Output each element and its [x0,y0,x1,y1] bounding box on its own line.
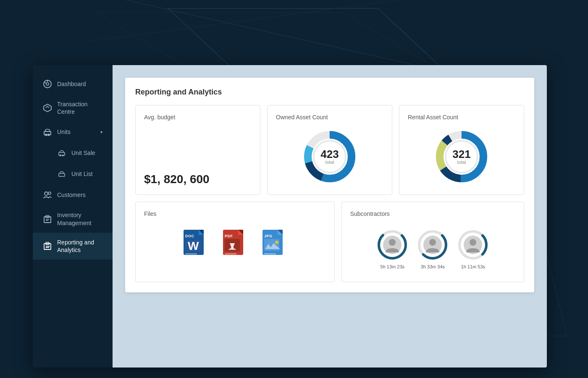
svg-line-8 [45,82,46,83]
svg-point-64 [389,239,396,246]
inventory-icon [43,215,52,224]
rental-asset-donut: 321 total [408,127,515,186]
sidebar-item-inventory[interactable]: Inventory Management [33,205,113,232]
bottom-row: Files DOC [135,202,524,282]
sidebar-item-units[interactable]: Units ▾ [33,121,113,142]
sidebar: Dashboard Transaction Centre Units [33,65,113,368]
svg-point-72 [470,239,476,246]
file-jpg: JPG [260,228,289,262]
dashboard-card: Reporting and Analytics Avg. budget $1, … [125,78,534,292]
reporting-icon [43,242,52,251]
file-doc: DOC W [181,228,210,262]
sidebar-item-customers-label: Customers [57,191,102,199]
sidebar-item-reporting-label: Reporting and Analytics [57,239,102,254]
subcontractor-3: 1h 11m 53s [456,228,490,269]
rental-asset-count: 321 [452,149,470,160]
files-list: DOC W [144,224,326,266]
svg-point-58 [275,241,278,244]
sidebar-item-unit-list-label: Unit List [71,170,102,178]
subcontractors-list: 5h 13m 23s [350,224,515,273]
owned-asset-donut: 423 total [276,127,383,186]
subcontractor-2-time: 3h 33m 34s [421,264,445,269]
dashboard-icon [43,79,52,89]
svg-point-6 [46,83,49,85]
subcontractors-title: Subcontractors [350,210,515,217]
sidebar-item-transaction-label: Transaction Centre [57,100,102,116]
svg-rect-60 [264,255,273,256]
subcontractor-3-time: 1h 11m 53s [461,264,485,269]
subcontractor-2: 3h 33m 34s [416,228,449,269]
avg-budget-title: Avg. budget [144,114,175,121]
transaction-icon [43,103,52,113]
subcontractors-card: Subcontractors [341,202,524,282]
avg-budget-card: Avg. budget $1, 820, 600 [135,105,260,195]
sidebar-item-units-label: Units [57,128,95,136]
sidebar-item-transaction-centre[interactable]: Transaction Centre [33,94,113,121]
metrics-row: Avg. budget $1, 820, 600 Owned Asset Cou… [135,105,524,195]
svg-text:JPG: JPG [264,234,273,238]
sidebar-item-reporting[interactable]: Reporting and Analytics [33,233,113,260]
svg-rect-45 [185,255,194,256]
owned-asset-card: Owned Asset Count [267,105,392,195]
svg-rect-52 [225,255,233,256]
subcontractor-1-time: 5h 13m 23s [381,264,404,269]
sidebar-item-dashboard[interactable]: Dashboard [33,74,113,94]
rental-asset-title: Rental Asset Count [408,114,458,121]
svg-line-3 [126,0,462,76]
sidebar-item-inventory-label: Inventory Management [57,211,102,226]
svg-marker-0 [168,8,441,67]
unit-sale-icon [57,148,66,158]
sidebar-item-unit-list[interactable]: Unit List [33,163,113,184]
sidebar-item-unit-sale[interactable]: Unit Sale [33,142,113,163]
svg-rect-51 [225,253,236,255]
svg-rect-10 [44,131,51,135]
files-title: Files [144,210,326,217]
svg-point-18 [48,192,51,194]
svg-rect-59 [264,253,276,255]
sidebar-item-customers[interactable]: Customers [33,184,113,205]
sidebar-item-unit-sale-label: Unit Sale [71,149,102,157]
app-container: Dashboard Transaction Centre Units [33,65,547,368]
svg-text:W: W [188,239,199,252]
file-pdf: PDF [220,228,249,262]
owned-asset-count: 423 [320,149,339,160]
svg-text:PDF: PDF [225,234,233,238]
svg-rect-44 [185,253,197,255]
customers-icon [43,190,52,200]
subcontractor-1: 5h 13m 23s [375,228,409,269]
svg-line-4 [84,0,399,42]
svg-rect-16 [59,173,65,176]
unit-list-icon [57,169,66,178]
svg-marker-9 [44,104,51,112]
units-icon [43,127,52,136]
section-title: Reporting and Analytics [135,88,524,97]
files-card: Files DOC [135,202,335,282]
rental-asset-card: Rental Asset Count [399,105,524,195]
chevron-down-icon: ▾ [100,129,102,135]
sidebar-item-dashboard-label: Dashboard [57,80,102,88]
svg-rect-13 [59,152,65,155]
svg-point-68 [429,239,436,246]
main-content: Reporting and Analytics Avg. budget $1, … [113,65,547,368]
avg-budget-value: $1, 820, 600 [144,173,210,186]
svg-text:DOC: DOC [185,234,194,238]
svg-point-17 [45,192,48,195]
owned-asset-title: Owned Asset Count [276,114,328,121]
